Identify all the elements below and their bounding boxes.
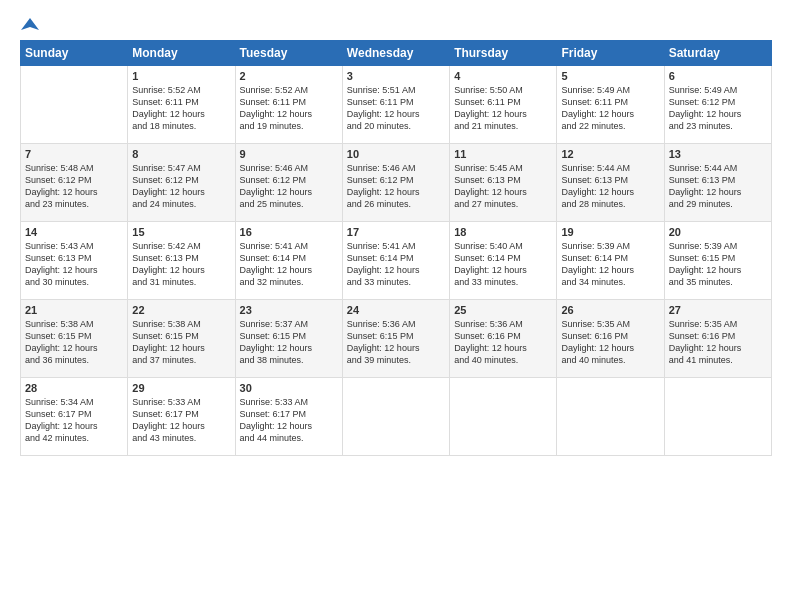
calendar-cell: 26Sunrise: 5:35 AM Sunset: 6:16 PM Dayli… (557, 300, 664, 378)
calendar-cell: 22Sunrise: 5:38 AM Sunset: 6:15 PM Dayli… (128, 300, 235, 378)
cell-content: Sunrise: 5:52 AM Sunset: 6:11 PM Dayligh… (132, 84, 230, 133)
calendar-week-row: 28Sunrise: 5:34 AM Sunset: 6:17 PM Dayli… (21, 378, 772, 456)
calendar-cell: 12Sunrise: 5:44 AM Sunset: 6:13 PM Dayli… (557, 144, 664, 222)
cell-content: Sunrise: 5:39 AM Sunset: 6:14 PM Dayligh… (561, 240, 659, 289)
header-day-sunday: Sunday (21, 41, 128, 66)
calendar-cell: 2Sunrise: 5:52 AM Sunset: 6:11 PM Daylig… (235, 66, 342, 144)
day-number: 15 (132, 226, 230, 238)
day-number: 16 (240, 226, 338, 238)
calendar-cell (450, 378, 557, 456)
calendar-cell (342, 378, 449, 456)
calendar-cell: 20Sunrise: 5:39 AM Sunset: 6:15 PM Dayli… (664, 222, 771, 300)
calendar-cell: 23Sunrise: 5:37 AM Sunset: 6:15 PM Dayli… (235, 300, 342, 378)
calendar-week-row: 7Sunrise: 5:48 AM Sunset: 6:12 PM Daylig… (21, 144, 772, 222)
cell-content: Sunrise: 5:43 AM Sunset: 6:13 PM Dayligh… (25, 240, 123, 289)
calendar-header-row: SundayMondayTuesdayWednesdayThursdayFrid… (21, 41, 772, 66)
day-number: 12 (561, 148, 659, 160)
cell-content: Sunrise: 5:34 AM Sunset: 6:17 PM Dayligh… (25, 396, 123, 445)
header-day-monday: Monday (128, 41, 235, 66)
cell-content: Sunrise: 5:35 AM Sunset: 6:16 PM Dayligh… (669, 318, 767, 367)
cell-content: Sunrise: 5:50 AM Sunset: 6:11 PM Dayligh… (454, 84, 552, 133)
day-number: 10 (347, 148, 445, 160)
calendar-week-row: 21Sunrise: 5:38 AM Sunset: 6:15 PM Dayli… (21, 300, 772, 378)
calendar-table: SundayMondayTuesdayWednesdayThursdayFrid… (20, 40, 772, 456)
cell-content: Sunrise: 5:48 AM Sunset: 6:12 PM Dayligh… (25, 162, 123, 211)
logo-bird-icon (21, 16, 39, 34)
calendar-week-row: 1Sunrise: 5:52 AM Sunset: 6:11 PM Daylig… (21, 66, 772, 144)
calendar-cell: 10Sunrise: 5:46 AM Sunset: 6:12 PM Dayli… (342, 144, 449, 222)
cell-content: Sunrise: 5:42 AM Sunset: 6:13 PM Dayligh… (132, 240, 230, 289)
day-number: 7 (25, 148, 123, 160)
header-day-wednesday: Wednesday (342, 41, 449, 66)
calendar-cell: 29Sunrise: 5:33 AM Sunset: 6:17 PM Dayli… (128, 378, 235, 456)
day-number: 20 (669, 226, 767, 238)
cell-content: Sunrise: 5:36 AM Sunset: 6:15 PM Dayligh… (347, 318, 445, 367)
cell-content: Sunrise: 5:38 AM Sunset: 6:15 PM Dayligh… (132, 318, 230, 367)
day-number: 4 (454, 70, 552, 82)
cell-content: Sunrise: 5:33 AM Sunset: 6:17 PM Dayligh… (132, 396, 230, 445)
cell-content: Sunrise: 5:46 AM Sunset: 6:12 PM Dayligh… (347, 162, 445, 211)
day-number: 18 (454, 226, 552, 238)
calendar-cell: 13Sunrise: 5:44 AM Sunset: 6:13 PM Dayli… (664, 144, 771, 222)
logo (20, 16, 40, 30)
calendar-cell: 15Sunrise: 5:42 AM Sunset: 6:13 PM Dayli… (128, 222, 235, 300)
svg-marker-0 (21, 18, 39, 30)
cell-content: Sunrise: 5:36 AM Sunset: 6:16 PM Dayligh… (454, 318, 552, 367)
calendar-cell: 9Sunrise: 5:46 AM Sunset: 6:12 PM Daylig… (235, 144, 342, 222)
day-number: 11 (454, 148, 552, 160)
calendar-week-row: 14Sunrise: 5:43 AM Sunset: 6:13 PM Dayli… (21, 222, 772, 300)
calendar-cell: 7Sunrise: 5:48 AM Sunset: 6:12 PM Daylig… (21, 144, 128, 222)
calendar-cell: 30Sunrise: 5:33 AM Sunset: 6:17 PM Dayli… (235, 378, 342, 456)
cell-content: Sunrise: 5:46 AM Sunset: 6:12 PM Dayligh… (240, 162, 338, 211)
cell-content: Sunrise: 5:37 AM Sunset: 6:15 PM Dayligh… (240, 318, 338, 367)
calendar-cell: 11Sunrise: 5:45 AM Sunset: 6:13 PM Dayli… (450, 144, 557, 222)
day-number: 22 (132, 304, 230, 316)
calendar-cell: 24Sunrise: 5:36 AM Sunset: 6:15 PM Dayli… (342, 300, 449, 378)
calendar-cell (664, 378, 771, 456)
cell-content: Sunrise: 5:51 AM Sunset: 6:11 PM Dayligh… (347, 84, 445, 133)
day-number: 21 (25, 304, 123, 316)
day-number: 17 (347, 226, 445, 238)
day-number: 28 (25, 382, 123, 394)
cell-content: Sunrise: 5:44 AM Sunset: 6:13 PM Dayligh… (669, 162, 767, 211)
day-number: 30 (240, 382, 338, 394)
day-number: 9 (240, 148, 338, 160)
cell-content: Sunrise: 5:38 AM Sunset: 6:15 PM Dayligh… (25, 318, 123, 367)
calendar-cell: 5Sunrise: 5:49 AM Sunset: 6:11 PM Daylig… (557, 66, 664, 144)
cell-content: Sunrise: 5:35 AM Sunset: 6:16 PM Dayligh… (561, 318, 659, 367)
calendar-cell: 21Sunrise: 5:38 AM Sunset: 6:15 PM Dayli… (21, 300, 128, 378)
day-number: 6 (669, 70, 767, 82)
day-number: 19 (561, 226, 659, 238)
calendar-cell: 14Sunrise: 5:43 AM Sunset: 6:13 PM Dayli… (21, 222, 128, 300)
cell-content: Sunrise: 5:39 AM Sunset: 6:15 PM Dayligh… (669, 240, 767, 289)
cell-content: Sunrise: 5:47 AM Sunset: 6:12 PM Dayligh… (132, 162, 230, 211)
day-number: 2 (240, 70, 338, 82)
day-number: 5 (561, 70, 659, 82)
calendar-cell: 3Sunrise: 5:51 AM Sunset: 6:11 PM Daylig… (342, 66, 449, 144)
header-day-tuesday: Tuesday (235, 41, 342, 66)
calendar-cell (21, 66, 128, 144)
cell-content: Sunrise: 5:45 AM Sunset: 6:13 PM Dayligh… (454, 162, 552, 211)
calendar-cell (557, 378, 664, 456)
header-day-thursday: Thursday (450, 41, 557, 66)
header-day-saturday: Saturday (664, 41, 771, 66)
day-number: 13 (669, 148, 767, 160)
calendar-cell: 28Sunrise: 5:34 AM Sunset: 6:17 PM Dayli… (21, 378, 128, 456)
day-number: 25 (454, 304, 552, 316)
day-number: 8 (132, 148, 230, 160)
calendar-cell: 27Sunrise: 5:35 AM Sunset: 6:16 PM Dayli… (664, 300, 771, 378)
cell-content: Sunrise: 5:33 AM Sunset: 6:17 PM Dayligh… (240, 396, 338, 445)
page: SundayMondayTuesdayWednesdayThursdayFrid… (0, 0, 792, 612)
day-number: 26 (561, 304, 659, 316)
day-number: 23 (240, 304, 338, 316)
cell-content: Sunrise: 5:49 AM Sunset: 6:11 PM Dayligh… (561, 84, 659, 133)
calendar-cell: 6Sunrise: 5:49 AM Sunset: 6:12 PM Daylig… (664, 66, 771, 144)
day-number: 24 (347, 304, 445, 316)
cell-content: Sunrise: 5:41 AM Sunset: 6:14 PM Dayligh… (240, 240, 338, 289)
day-number: 29 (132, 382, 230, 394)
calendar-cell: 8Sunrise: 5:47 AM Sunset: 6:12 PM Daylig… (128, 144, 235, 222)
calendar-cell: 17Sunrise: 5:41 AM Sunset: 6:14 PM Dayli… (342, 222, 449, 300)
day-number: 14 (25, 226, 123, 238)
cell-content: Sunrise: 5:40 AM Sunset: 6:14 PM Dayligh… (454, 240, 552, 289)
cell-content: Sunrise: 5:52 AM Sunset: 6:11 PM Dayligh… (240, 84, 338, 133)
